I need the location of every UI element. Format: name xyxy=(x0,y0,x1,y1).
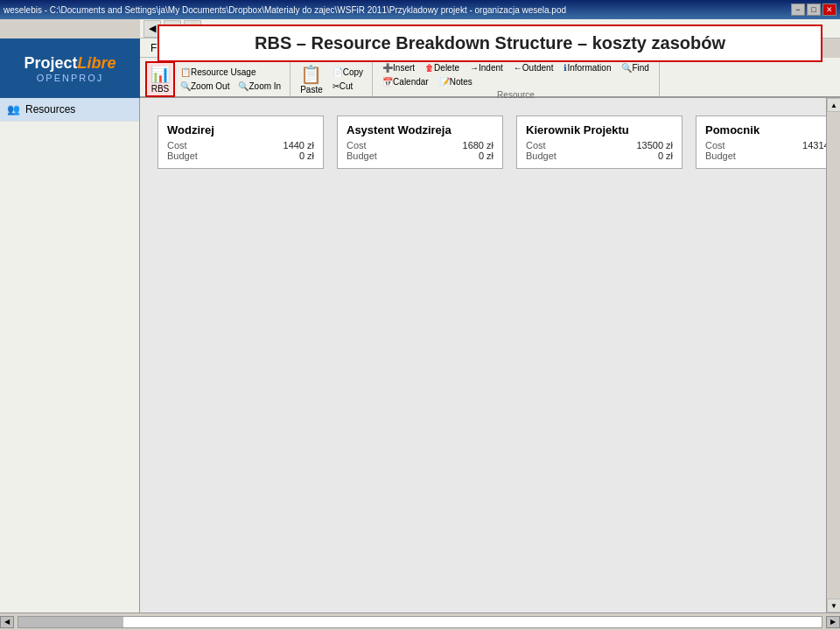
delete-icon: 🗑 xyxy=(425,63,434,73)
sidebar-item-resources[interactable]: 👥 Resources xyxy=(0,98,139,122)
delete-button[interactable]: 🗑 Delete xyxy=(421,61,464,74)
scroll-left-button[interactable]: ◀ xyxy=(0,616,14,628)
zoom-out-label: Zoom Out xyxy=(191,81,229,91)
resource-card-1[interactable]: Asystent Wodzireja Cost 1680 zł Budget 0… xyxy=(337,116,503,169)
resource-usage-icon: 📋 xyxy=(180,67,191,77)
notes-button[interactable]: 📝 Notes xyxy=(435,75,477,88)
card-budget-value-2: 0 zł xyxy=(658,150,673,161)
card-budget-row-0: Budget 0 zł xyxy=(167,150,314,161)
insert-icon: ➕ xyxy=(382,63,393,73)
zoom-out-button[interactable]: 🔍 Zoom Out xyxy=(177,80,233,93)
insert-button[interactable]: ➕ Insert xyxy=(378,61,419,74)
copy-icon: 📄 xyxy=(332,67,343,77)
zoom-out-icon: 🔍 xyxy=(180,81,191,91)
scroll-right-button[interactable]: ▶ xyxy=(826,616,840,628)
scroll-thumb-h xyxy=(18,617,123,627)
resource-card-2[interactable]: Kierownik Projektu Cost 13500 zł Budget … xyxy=(516,116,682,169)
views-sub-buttons: 📋 Resource Usage 🔍 Zoom Out 🔍 Zoom In xyxy=(177,66,284,93)
outdent-button[interactable]: ← Outdent xyxy=(509,61,558,74)
main-content: Wodzirej Cost 1440 zł Budget 0 zł Asyste… xyxy=(140,98,840,612)
zoom-in-icon: 🔍 xyxy=(238,81,248,91)
card-cost-row-1: Cost 1680 zł xyxy=(346,140,494,150)
card-cost-value-1: 1680 zł xyxy=(463,140,494,150)
toolbar: 📊 RBS 📋 Resource Usage 🔍 Zoom Out 🔍 Zoom… xyxy=(140,58,840,98)
outdent-icon: ← xyxy=(514,63,522,73)
horizontal-scrollbar[interactable] xyxy=(18,616,822,628)
find-icon: 🔍 xyxy=(621,63,632,73)
card-budget-row-3: Budget 0 zł xyxy=(705,150,840,161)
card-cost-row-2: Cost 13500 zł xyxy=(526,140,673,150)
logo-area: ProjectLibre OPENPROJ xyxy=(0,38,140,98)
rbs-icon: 📊 xyxy=(150,65,170,84)
card-budget-row-2: Budget 0 zł xyxy=(526,150,673,161)
delete-label: Delete xyxy=(434,63,459,73)
titlebar: weselebis - C:\Documents and Settings\ja… xyxy=(0,0,840,19)
card-cost-value-0: 1440 zł xyxy=(284,140,314,150)
card-cost-label-3: Cost xyxy=(705,140,745,150)
resource-row: ➕ Insert 🗑 Delete → Indent ← Outdent ℹ I… xyxy=(378,61,654,74)
copy-label: Copy xyxy=(343,67,363,77)
resources-icon: 👥 xyxy=(7,103,20,116)
views-row: 📊 RBS 📋 Resource Usage 🔍 Zoom Out 🔍 Zoom… xyxy=(145,61,284,97)
indent-button[interactable]: → Indent xyxy=(466,61,508,74)
maximize-button[interactable]: □ xyxy=(807,4,821,16)
paste-icon: 📋 xyxy=(300,64,322,85)
card-cost-row-3: Cost 14314,39 zł xyxy=(705,140,840,150)
close-button[interactable]: ✕ xyxy=(822,4,836,16)
card-budget-label-1: Budget xyxy=(346,150,386,161)
resource-usage-label: Resource Usage xyxy=(191,67,256,77)
vertical-scrollbar[interactable]: ▲ ▼ xyxy=(826,98,840,612)
clipboard-row: 📋 Paste 📄 Copy ✂ Cut xyxy=(296,61,367,97)
insert-label: Insert xyxy=(393,63,415,73)
card-cost-label-2: Cost xyxy=(526,140,565,150)
card-budget-label-0: Budget xyxy=(167,150,206,161)
information-label: Information xyxy=(567,63,611,73)
card-cost-label-1: Cost xyxy=(346,140,386,150)
scroll-down-button[interactable]: ▼ xyxy=(827,598,840,612)
cut-icon: ✂ xyxy=(332,81,340,91)
resource-usage-button[interactable]: 📋 Resource Usage xyxy=(177,66,284,79)
resource-card-0[interactable]: Wodzirej Cost 1440 zł Budget 0 zł xyxy=(158,116,324,169)
rbs-banner-text: RBS – Resource Breakdown Structure – kos… xyxy=(255,33,725,53)
titlebar-title: weselebis - C:\Documents and Settings\ja… xyxy=(4,5,566,15)
cards-container: Wodzirej Cost 1440 zł Budget 0 zł Asyste… xyxy=(140,98,840,612)
indent-icon: → xyxy=(470,63,479,73)
card-title-0: Wodzirej xyxy=(167,123,314,136)
cut-button[interactable]: ✂ Cut xyxy=(329,80,367,93)
card-cost-value-2: 13500 zł xyxy=(636,140,673,150)
scroll-up-button[interactable]: ▲ xyxy=(827,98,840,112)
zoom-row: 🔍 Zoom Out 🔍 Zoom In xyxy=(177,80,284,93)
paste-button[interactable]: 📋 Paste xyxy=(296,61,327,97)
views-group: 📊 RBS 📋 Resource Usage 🔍 Zoom Out 🔍 Zoom… xyxy=(140,58,290,96)
resource-group: ➕ Insert 🗑 Delete → Indent ← Outdent ℹ I… xyxy=(373,58,660,96)
logo-openproj: OPENPROJ xyxy=(37,73,104,83)
card-budget-value-0: 0 zł xyxy=(299,150,314,161)
sidebar-resources-label: Resources xyxy=(25,103,75,116)
statusbar: ◀ ▶ xyxy=(0,612,840,630)
notes-icon: 📝 xyxy=(439,77,450,87)
find-button[interactable]: 🔍 Find xyxy=(617,61,653,74)
logo-project: Project xyxy=(24,54,77,72)
calendar-icon: 📅 xyxy=(382,77,393,87)
indent-label: Indent xyxy=(479,63,503,73)
logo-libre: Libre xyxy=(78,54,116,72)
copy-button[interactable]: 📄 Copy xyxy=(329,66,367,79)
card-title-3: Pomocnik xyxy=(705,123,840,136)
zoom-in-button[interactable]: 🔍 Zoom In xyxy=(234,80,284,93)
card-cost-row-0: Cost 1440 zł xyxy=(167,140,314,150)
outdent-label: Outdent xyxy=(522,63,554,73)
calendar-button[interactable]: 📅 Calendar xyxy=(378,75,433,88)
minimize-button[interactable]: − xyxy=(791,4,805,16)
zoom-in-label: Zoom In xyxy=(248,81,281,91)
resource-card-3[interactable]: Pomocnik Cost 14314,39 zł Budget 0 zł xyxy=(696,116,840,169)
card-budget-value-1: 0 zł xyxy=(479,150,494,161)
calendar-label: Calendar xyxy=(393,77,429,87)
scroll-thumb xyxy=(827,112,840,598)
paste-label: Paste xyxy=(300,85,323,94)
card-budget-row-1: Budget 0 zł xyxy=(346,150,494,161)
rbs-banner: RBS – Resource Breakdown Structure – kos… xyxy=(158,24,822,62)
clipboard-group: 📋 Paste 📄 Copy ✂ Cut Clipboard xyxy=(290,58,373,96)
rbs-button[interactable]: 📊 RBS xyxy=(145,61,175,97)
information-button[interactable]: ℹ Information xyxy=(559,61,615,74)
card-title-2: Kierownik Projektu xyxy=(526,123,673,136)
